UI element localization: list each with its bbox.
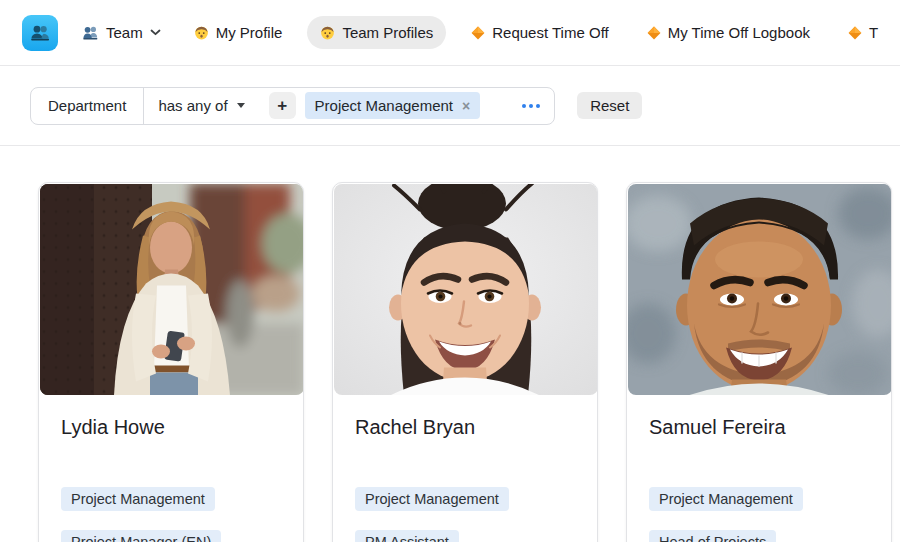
filter-operator-dropdown[interactable]: has any of	[144, 88, 258, 124]
department-filter-group: Department has any of + Project Manageme…	[30, 87, 555, 125]
department-tag: Project Management	[355, 487, 509, 511]
tag-list: Project Management Head of Projects	[627, 439, 891, 542]
nav-item-request-time-off[interactable]: Request Time Off	[458, 16, 621, 49]
profile-card[interactable]: Lydia Howe Project Management Project Ma…	[38, 182, 304, 542]
person-face-emoji-icon	[194, 25, 209, 40]
plus-icon: +	[277, 96, 287, 116]
add-filter-value-button[interactable]: +	[269, 92, 296, 119]
nav-item-my-profile[interactable]: My Profile	[181, 16, 296, 49]
profile-card[interactable]: Rachel Bryan Project Management PM Assis…	[332, 182, 598, 542]
department-tag: Project Management	[61, 487, 215, 511]
department-tag: Project Management	[649, 487, 803, 511]
nav-item-label: Team Profiles	[342, 24, 433, 41]
tag-list: Project Management Project Manager (EN)	[39, 439, 303, 542]
filter-bar: Department has any of + Project Manageme…	[0, 66, 900, 146]
profile-photo	[628, 184, 892, 395]
orange-diamond-icon	[848, 26, 862, 40]
position-tag: Head of Projects	[649, 530, 776, 542]
position-tag: PM Assistant	[355, 530, 459, 542]
reset-filters-button[interactable]: Reset	[577, 92, 642, 119]
nav-item-label: Team	[106, 24, 143, 41]
orange-diamond-icon	[471, 26, 485, 40]
profile-photo	[334, 184, 598, 395]
more-options-icon[interactable]	[522, 104, 540, 108]
nav-item-team-menu[interactable]: Team	[76, 16, 167, 49]
team-app-icon[interactable]	[22, 15, 58, 51]
filter-field-label: Department	[31, 88, 143, 124]
team-profiles-grid: Lydia Howe Project Management Project Ma…	[0, 146, 900, 542]
person-face-emoji-icon	[320, 25, 335, 40]
filter-chip-label: Project Management	[315, 97, 453, 114]
filter-operator-label: has any of	[158, 97, 227, 114]
remove-chip-icon[interactable]: ×	[462, 98, 470, 114]
nav-item-label: My Time Off Logbook	[668, 24, 810, 41]
employee-name: Lydia Howe	[39, 396, 303, 439]
position-tag: Project Manager (EN)	[61, 530, 221, 542]
orange-diamond-icon	[647, 26, 661, 40]
top-navbar: Team My Profile	[0, 0, 900, 66]
profile-card[interactable]: Samuel Fereira Project Management Head o…	[626, 182, 892, 542]
profile-photo	[40, 184, 304, 395]
filter-chip-project-management[interactable]: Project Management ×	[305, 92, 481, 119]
nav-item-team-profiles[interactable]: Team Profiles	[307, 16, 446, 49]
two-people-icon	[29, 23, 51, 43]
caret-down-icon	[237, 103, 245, 108]
nav-item-label: My Profile	[216, 24, 283, 41]
nav-item-label: T	[869, 24, 878, 41]
nav-item-my-time-off-logbook[interactable]: My Time Off Logbook	[634, 16, 823, 49]
employee-name: Rachel Bryan	[333, 396, 597, 439]
tag-list: Project Management PM Assistant	[333, 439, 597, 542]
nav-item-truncated[interactable]: T	[835, 16, 891, 49]
nav-item-label: Request Time Off	[492, 24, 608, 41]
busts-in-silhouette-icon	[82, 25, 99, 40]
chevron-down-icon	[150, 29, 161, 36]
employee-name: Samuel Fereira	[627, 396, 891, 439]
